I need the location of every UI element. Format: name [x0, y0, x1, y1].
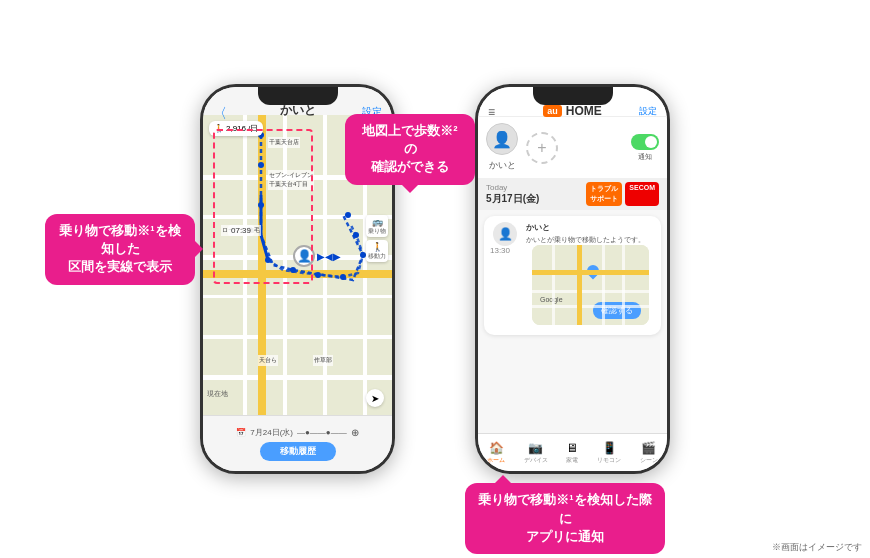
remote-nav-label: リモコン	[597, 456, 621, 465]
mini-map: Google 確認する	[532, 245, 649, 325]
map-date: 7月24日(水)	[250, 427, 293, 438]
mini-road-v4	[622, 245, 625, 325]
hamburger-menu-icon[interactable]: ≡	[488, 105, 495, 119]
callout-notif-line1: 乗り物で移動※¹を検知した際に	[478, 492, 651, 525]
phone-notch-left	[258, 87, 338, 105]
user-avatar[interactable]: 👤	[486, 123, 518, 155]
home-label: HOME	[566, 104, 602, 118]
callout-vehicle-line2: 区間を実線で表示	[68, 259, 172, 274]
devices-nav-icon: 📷	[528, 441, 543, 455]
home-nav-icon: 🏠	[489, 441, 504, 455]
remote-nav-icon: 📱	[602, 441, 617, 455]
notification-toggle[interactable]	[631, 134, 659, 150]
trouble-support-badge[interactable]: トラブルサポート	[586, 182, 622, 206]
phones-wrapper: 〈 かいと 設定 🚶 2,916 /日	[140, 64, 730, 494]
scene-nav-label: シーン	[640, 456, 658, 465]
phone-notch-right	[533, 87, 613, 105]
badge-group: トラブルサポート SECOM	[586, 182, 659, 206]
user-name: かいと	[489, 159, 516, 172]
road-v3	[323, 115, 327, 415]
store-label-2: セブン-イレブン千葉天台4丁目	[268, 170, 314, 190]
location-arrow-btn[interactable]: ➤	[366, 389, 384, 407]
notif-content: かいと かいとが乗り物で移動したようです。	[526, 222, 655, 329]
notif-main-text: かいと	[526, 222, 655, 233]
devices-nav-label: デバイス	[524, 456, 548, 465]
callout-notif-line2: アプリに通知	[526, 529, 604, 544]
nav-devices[interactable]: 📷 デバイス	[524, 441, 548, 465]
svg-point-8	[353, 232, 359, 238]
notif-time-avatar: 👤 13:30	[490, 222, 520, 255]
user-avatar-group: 👤 かいと	[486, 123, 518, 172]
left-phone-wrapper: 〈 かいと 設定 🚶 2,916 /日	[200, 84, 415, 474]
au-badge: au	[543, 105, 562, 117]
today-date: 5月17日(金)	[486, 192, 539, 206]
step-count: 2,916	[226, 124, 246, 133]
main-container: 〈 かいと 設定 🚶 2,916 /日	[0, 0, 870, 558]
today-section: Today 5月17日(金) トラブルサポート SECOM	[478, 178, 667, 210]
place-label-2: 作草部	[313, 355, 333, 366]
road-v1	[243, 115, 247, 415]
map-time-label: 07:39	[228, 225, 254, 236]
notif-time: 13:30	[490, 246, 520, 255]
au-settings-button[interactable]: 設定	[639, 105, 657, 118]
today-date-group: Today 5月17日(金)	[486, 183, 539, 206]
family-section: 👤 かいと + 通知	[478, 117, 667, 178]
yellow-road-h	[203, 270, 392, 278]
current-location-label: 現在地	[207, 389, 228, 399]
callout-step-count: 地図上で歩数※²の 確認ができる	[345, 114, 475, 185]
place-label-1: 天台ら	[258, 355, 278, 366]
mini-road-v2	[552, 245, 555, 325]
store-label-1: 千葉天台店	[268, 137, 300, 148]
yellow-road-v	[258, 115, 266, 415]
notification-card: 👤 13:30 かいと かいとが乗り物で移動したようです。	[484, 216, 661, 335]
walk-icon: 🚶	[214, 124, 224, 133]
nav-appliances[interactable]: 🖥 家電	[566, 441, 578, 465]
step-badge: 🚶 2,916 /日	[209, 121, 263, 136]
back-button[interactable]: 〈	[213, 105, 227, 123]
notif-avatar: 👤	[493, 222, 517, 246]
mini-road-v3	[602, 245, 605, 325]
mini-road-h3	[532, 305, 649, 308]
scene-nav-icon: 🎬	[641, 441, 656, 455]
appliances-nav-label: 家電	[566, 456, 578, 465]
right-phone: ≡ au HOME 設定 👤 かいと +	[475, 84, 670, 474]
callout-step-line1: 地図上で歩数※²の	[362, 123, 457, 156]
mini-map-grid	[532, 245, 649, 325]
au-logo: au HOME	[543, 104, 602, 118]
callout-vehicle-left: 乗り物で移動※¹を検知した 区間を実線で表示	[45, 214, 195, 285]
mini-road-h	[532, 270, 649, 275]
footer-note: ※画面はイメージです	[772, 541, 862, 554]
toggle-label: 通知	[638, 152, 652, 162]
right-phone-wrapper: ≡ au HOME 設定 👤 かいと +	[475, 84, 670, 474]
mini-road-h2	[532, 290, 649, 293]
secom-badge[interactable]: SECOM	[625, 182, 659, 206]
callout-step-line2: 確認ができる	[371, 159, 449, 174]
add-member-button[interactable]: +	[526, 132, 558, 164]
sidebar-icon-group: 🚌 乗り物 🚶 移動力	[366, 215, 388, 262]
road-v2	[283, 115, 287, 415]
move-history-button[interactable]: 移動履歴	[260, 442, 336, 461]
appliances-nav-icon: 🖥	[566, 441, 578, 455]
nav-remote[interactable]: 📱 リモコン	[597, 441, 621, 465]
right-phone-screen: ≡ au HOME 設定 👤 かいと +	[478, 87, 667, 471]
today-header: Today 5月17日(金) トラブルサポート SECOM	[486, 182, 659, 206]
nav-home[interactable]: 🏠 ホーム	[487, 441, 505, 465]
notification-toggle-area: 通知	[631, 134, 659, 162]
direction-arrows: ▶◀▶	[317, 251, 341, 262]
callout-vehicle-line1: 乗り物で移動※¹を検知した	[59, 223, 180, 256]
notif-sub-text: かいとが乗り物で移動したようです。	[526, 235, 655, 245]
step-unit: /日	[248, 123, 258, 134]
mini-road-v	[577, 245, 582, 325]
walk-mode-icon[interactable]: 🚶 移動力	[366, 240, 388, 262]
bottom-nav: 🏠 ホーム 📷 デバイス 🖥 家電 📱	[478, 433, 667, 471]
map-date-bar: 📅 7月24日(水) —●——●—— ⊕	[236, 427, 358, 438]
today-label: Today	[486, 183, 539, 192]
vehicle-icon[interactable]: 🚌 乗り物	[366, 215, 388, 237]
nav-scene[interactable]: 🎬 シーン	[640, 441, 658, 465]
callout-notification: 乗り物で移動※¹を検知した際に アプリに通知	[465, 483, 665, 554]
person-marker: 👤	[293, 245, 315, 267]
map-bottom: 📅 7月24日(水) —●——●—— ⊕ 移動履歴	[203, 415, 392, 471]
home-nav-label: ホーム	[487, 456, 505, 465]
